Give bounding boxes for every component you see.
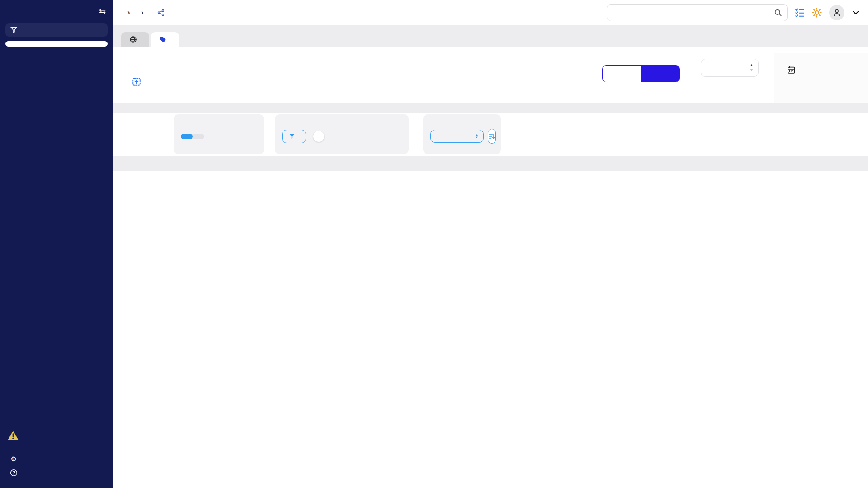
summary-band <box>113 113 868 156</box>
hide-untagged-checkbox[interactable] <box>313 131 324 142</box>
add-column-button[interactable] <box>132 66 145 97</box>
view-business-units-button[interactable] <box>193 134 204 139</box>
currency-toggle <box>602 65 680 82</box>
add-column-icon <box>132 77 141 86</box>
help-icon <box>10 469 18 477</box>
app-root: ⇆ ⚙ <box>0 0 868 488</box>
view-panel <box>174 114 264 154</box>
sort-direction-button[interactable] <box>488 129 496 144</box>
search-icon[interactable] <box>774 9 782 17</box>
sidebar-collapse-icon[interactable]: ⇆ <box>99 6 106 16</box>
cost-greater-than-input[interactable] <box>708 64 739 72</box>
gear-icon: ⚙ <box>10 455 18 463</box>
currency-group <box>602 61 680 82</box>
warning-triangle-icon <box>6 430 20 441</box>
globe-icon <box>129 36 137 43</box>
top-header: › › <box>113 0 868 25</box>
tab-cost-breakdown[interactable] <box>121 32 149 47</box>
version-text <box>0 480 113 483</box>
view-toggle <box>181 134 204 139</box>
sort-descending-icon <box>488 133 495 140</box>
stepper-down-icon[interactable]: ▼ <box>750 68 754 72</box>
environment-selector[interactable] <box>5 41 108 47</box>
logo-row: ⇆ <box>0 5 113 19</box>
chevron-right-icon: › <box>127 8 130 17</box>
search-input[interactable] <box>607 4 788 21</box>
tasks-checklist-icon[interactable] <box>795 8 805 18</box>
funnel-filled-icon <box>289 133 295 140</box>
person-icon <box>833 9 841 17</box>
show-hide-controls <box>282 130 401 143</box>
share-view-button[interactable] <box>157 9 168 16</box>
currency-gbp-button[interactable] <box>603 66 641 82</box>
sidebar-divider <box>7 448 106 448</box>
sort-controls <box>430 129 494 144</box>
account-chevron-down-icon[interactable] <box>852 9 860 17</box>
stepper-up-icon[interactable]: ▲ <box>750 63 754 67</box>
separator-strip <box>113 103 868 113</box>
number-stepper: ▲ ▼ <box>750 63 754 72</box>
sidebar-bottom: ⚙ <box>0 426 113 483</box>
funnel-icon <box>10 26 18 34</box>
cost-greater-than-group: ▲ ▼ <box>701 55 759 77</box>
time-period-selector[interactable] <box>787 66 856 74</box>
main-area: › › <box>113 0 868 488</box>
tab-tagged-spend[interactable] <box>151 32 179 47</box>
sort-panel <box>423 114 501 154</box>
tag-charts-list <box>113 171 868 488</box>
separator-strip <box>113 156 868 171</box>
tab-bar <box>113 25 868 47</box>
tag-keys-button[interactable] <box>282 130 306 143</box>
currency-usd-button[interactable] <box>641 66 679 82</box>
sidebar: ⇆ ⚙ <box>0 0 113 488</box>
collection-warning <box>0 426 113 443</box>
sort-arrows-icon <box>474 133 480 139</box>
time-period-panel <box>774 53 868 109</box>
resource-search <box>607 4 788 21</box>
tag-icon <box>159 36 167 43</box>
cost-filters-panel: ▲ ▼ <box>113 47 868 103</box>
sort-field-dropdown[interactable] <box>430 130 484 143</box>
share-icon <box>157 9 165 16</box>
calendar-icon <box>787 66 796 74</box>
sidebar-item-help[interactable] <box>0 466 113 480</box>
sidebar-nav <box>0 47 113 426</box>
cost-greater-than-input-box: ▲ ▼ <box>701 59 759 77</box>
topbar-right <box>607 4 860 21</box>
filters-panel-right: ▲ ▼ <box>602 53 868 97</box>
chevron-right-icon: › <box>141 8 144 17</box>
page-content: ▲ ▼ <box>113 25 868 488</box>
user-avatar[interactable] <box>829 5 844 20</box>
show-hide-panel <box>275 114 409 154</box>
view-tags-button[interactable] <box>181 134 193 139</box>
sidebar-item-settings[interactable]: ⚙ <box>0 452 113 466</box>
breadcrumb: › › <box>122 8 149 17</box>
filter-by-button[interactable] <box>5 23 108 37</box>
theme-sun-icon[interactable] <box>812 8 822 18</box>
